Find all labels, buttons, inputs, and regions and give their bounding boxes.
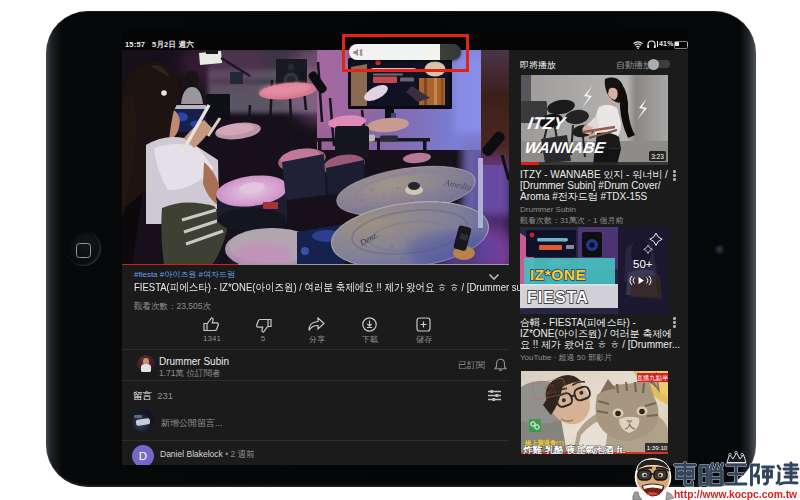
svg-text:WANNABE: WANNABE (523, 139, 607, 156)
svg-text:FIESTA: FIESTA (527, 289, 589, 306)
svg-text:ITZY: ITZY (526, 113, 568, 133)
svg-text:直播九點半: 直播九點半 (637, 374, 668, 382)
svg-text:50+: 50+ (633, 258, 653, 270)
svg-text:IZ*ONE: IZ*ONE (530, 266, 586, 283)
svg-text:3:23: 3:23 (651, 153, 664, 160)
svg-text:炸雞 乳酪 夜丘氣泡酒 ft.: 炸雞 乳酪 夜丘氣泡酒 ft. (522, 444, 625, 455)
